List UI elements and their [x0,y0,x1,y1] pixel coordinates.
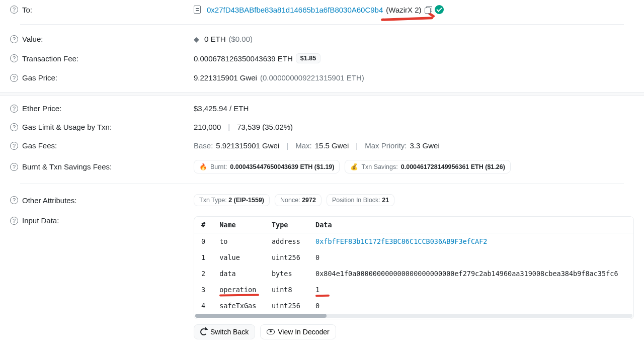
help-icon[interactable]: ? [10,105,18,113]
gasfees-maxpri-label: Max Priority: [365,141,407,150]
savings-chip: 💰 Txn Savings: 0.000461728149956361 ETH … [345,160,510,173]
gasprice-eth: (0.000000009221315901 ETH) [260,73,364,82]
gaslimit-label: Gas Limit & Usage by Txn: [22,123,112,131]
gasfees-max-label: Max: [295,141,312,150]
to-address-link[interactable]: 0x27fD43BABfbe83a81d14665b1a6fB8030A60C9… [207,6,383,14]
help-icon[interactable]: ? [10,163,18,171]
inputdata-label: Input Data: [22,216,59,225]
etherprice-value: $3,425.94 / ETH [194,104,249,113]
cell-type: bytes [265,265,308,282]
cell-type: uint256 [265,249,308,265]
scrollbar-thumb[interactable] [195,314,327,318]
table-header-row: # Name Type Data [194,217,633,233]
nonce-badge-value: 2972 [302,197,316,204]
help-icon[interactable]: ? [10,74,18,82]
gasfees-max: 15.5 Gwei [315,141,349,150]
view-decoder-button[interactable]: View In Decoder [260,324,336,339]
value-amount: 0 ETH [204,35,226,43]
switch-back-label: Switch Back [210,328,249,336]
cell-type: uint256 [265,298,308,314]
horizontal-scrollbar[interactable] [195,314,632,318]
undo-icon [200,328,207,335]
help-icon[interactable]: ? [10,142,18,150]
txntype-badge: Txn Type: 2 (EIP-1559) [194,194,270,206]
cell-name: to [212,233,265,250]
txntype-badge-label: Txn Type: [199,197,227,204]
help-icon[interactable]: ? [10,217,18,225]
etherprice-label: Ether Price: [22,104,61,113]
col-idx: # [194,217,212,233]
col-name: Name [212,217,265,233]
other-label: Other Attributes: [22,196,76,205]
gasprice-gwei: 9.221315901 Gwei [194,73,257,82]
separator: | [228,123,230,131]
savings-chip-label: Txn Savings: [361,163,397,170]
switch-back-button[interactable]: Switch Back [194,324,255,339]
value-label: Value: [22,35,43,43]
cell-data: 0 [308,249,633,265]
section-gap [0,92,644,96]
burnt-label: Burnt & Txn Savings Fees: [22,162,112,171]
position-badge: Position In Block: 21 [327,194,394,206]
table-row: 3operationuint81 [194,282,633,298]
cell-data: 0xfbfFEF83b1C172fE3BC86C1CCB036AB9F3efCA… [308,233,633,250]
gasfees-maxpri: 3.3 Gwei [410,141,440,150]
txnfee-usd-pill: $1.85 [296,53,320,63]
data-address-link[interactable]: 0xfbfFEF83b1C172fE3BC86C1CCB036AB9F3efCA… [315,237,487,245]
gaslimit-limit: 210,000 [194,123,221,131]
cell-data: 0 [308,298,633,314]
annotation-red-underline [381,17,433,21]
gasfees-base-label: Base: [194,141,213,150]
cell-name: safeTxGas [212,298,265,314]
help-icon[interactable]: ? [10,196,18,204]
nonce-badge: Nonce: 2972 [275,194,321,206]
cell-idx: 2 [194,265,212,282]
help-icon[interactable]: ? [10,35,18,43]
view-decoder-label: View In Decoder [278,328,329,336]
divider [20,24,624,25]
position-badge-label: Position In Block: [332,197,380,204]
cell-name: value [212,249,265,265]
fire-icon: 🔥 [199,163,207,170]
separator: | [286,141,288,150]
txnfee-eth: 0.000678126350043639 ETH [194,54,293,63]
copy-icon[interactable] [425,6,432,13]
table-row: 4safeTxGasuint2560 [194,298,633,314]
cell-name: operation [212,282,265,298]
savings-chip-value: 0.000461728149956361 ETH ($1.26) [401,163,505,170]
to-address-name: (WazirX 2) [386,6,421,14]
cell-name: data [212,265,265,282]
table-row: 0toaddress0xfbfFEF83b1C172fE3BC86C1CCB03… [194,233,633,250]
gasfees-base: 5.921315901 Gwei [216,141,279,150]
cell-type: address [265,233,308,250]
help-icon[interactable]: ? [10,123,18,131]
col-type: Type [265,217,308,233]
table-row: 2databytes0x804e1f0a00000000000000000000… [194,265,633,282]
cell-idx: 1 [194,249,212,265]
nonce-badge-label: Nonce: [280,197,300,204]
cell-type: uint8 [265,282,308,298]
gasfees-label: Gas Fees: [22,141,57,150]
gasprice-label: Gas Price: [22,73,57,82]
help-icon[interactable]: ? [10,54,18,62]
to-label: To: [22,6,32,14]
gaslimit-used: 73,539 (35.02%) [237,123,293,131]
cell-idx: 4 [194,298,212,314]
help-icon[interactable]: ? [10,6,18,14]
burnt-chip: 🔥 Burnt: 0.000435447650043639 ETH ($1.19… [194,160,340,173]
burnt-chip-label: Burnt: [210,163,227,170]
input-data-table: # Name Type Data 0toaddress0xfbfFEF83b1C… [194,216,634,319]
annotation-red-underline: operation [219,286,256,294]
eth-icon: ◆ [194,35,199,43]
separator: | [356,141,358,150]
burnt-chip-value: 0.000435447650043639 ETH ($1.19) [230,163,334,170]
coin-icon: 💰 [350,163,358,170]
divider [20,184,624,184]
verified-check-icon [435,5,444,14]
txntype-badge-value: 2 (EIP-1559) [228,197,264,204]
annotation-red-underline: 1 [315,286,319,294]
contract-icon [194,6,201,14]
txnfee-label: Transaction Fee: [22,54,78,63]
value-usd: ($0.00) [229,35,253,43]
eye-icon [267,329,275,334]
